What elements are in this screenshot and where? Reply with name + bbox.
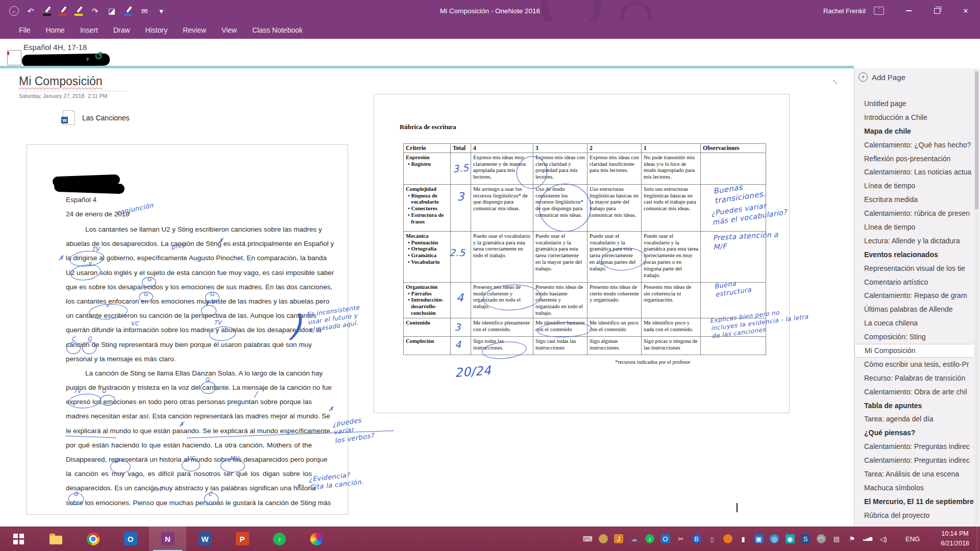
chrome-icon[interactable] — [75, 527, 112, 551]
flag-icon[interactable]: ⚑ — [848, 534, 857, 543]
onenote-icon[interactable]: N — [149, 527, 186, 551]
onedrive-icon[interactable]: ☁ — [630, 534, 639, 543]
minimize-button[interactable] — [894, 0, 923, 21]
sidebar-page-item[interactable]: Calentamiento: ¿Qué has hecho? — [854, 138, 974, 152]
battery-icon[interactable]: ▮ — [739, 534, 748, 543]
java-icon[interactable]: J — [614, 534, 623, 543]
file-explorer-icon[interactable] — [37, 527, 75, 551]
page-canvas[interactable]: Mi Composición Saturday, January 27, 201… — [0, 68, 854, 527]
expand-icon[interactable]: ↔ — [830, 75, 842, 87]
creative-cloud-icon[interactable]: ◠ — [817, 534, 826, 543]
sidebar-page-item[interactable]: Rúbrica del proyecto — [854, 509, 974, 522]
notebook-name[interactable]: Español 4H, 17-18 — [23, 43, 87, 52]
highlighter-yellow-icon[interactable] — [74, 6, 83, 16]
sidebar-page-item[interactable]: Calentamiento: Repaso de gram — [854, 289, 974, 303]
paint-icon[interactable] — [298, 527, 335, 551]
add-page-button[interactable]: + Add Page — [859, 72, 905, 82]
back-icon[interactable]: ← — [9, 6, 19, 16]
sidebar-page-item[interactable]: Eventos relacionados — [854, 248, 974, 262]
rubric-cell: Sigo algunas instrucciones. — [587, 336, 642, 355]
sidebar-page-item[interactable]: Calentamiento: rúbrica de presen — [854, 207, 974, 220]
shield-icon[interactable]: S — [801, 534, 810, 543]
touch-keyboard-icon[interactable]: ⌨ — [583, 534, 592, 543]
network-icon[interactable]: ▂▄▆ — [863, 534, 872, 543]
outlook-icon[interactable]: O — [112, 527, 149, 551]
word-file-icon[interactable] — [63, 110, 75, 125]
essay-line: la dirigirse al gobierno, específicament… — [66, 251, 312, 265]
spotify-tray-icon[interactable]: ♪ — [645, 534, 654, 543]
sidebar-page-item[interactable]: Línea de tiempo — [854, 220, 974, 234]
spotify-icon[interactable]: ♪ — [261, 527, 298, 551]
page-title[interactable]: Mi Composición — [19, 74, 103, 88]
powerpoint-icon[interactable]: P — [224, 527, 261, 551]
sidebar-page-item[interactable]: Mi Composición — [854, 344, 974, 358]
sidebar-page-item[interactable]: Representación visual de los tie — [854, 262, 974, 276]
globe-icon[interactable] — [723, 534, 732, 543]
menu-insert[interactable]: Insert — [72, 21, 106, 39]
email-icon[interactable]: ✉ — [139, 6, 150, 16]
photos-icon[interactable]: ▣ — [754, 534, 764, 543]
menu-view[interactable]: View — [214, 21, 244, 39]
sidebar-page-item[interactable]: Comentario artístico — [854, 276, 974, 289]
more-icon[interactable]: ▾ — [156, 6, 166, 16]
sidebar-page-item[interactable]: Calentamiento: Las noticias actua — [854, 165, 974, 179]
notebook-dropdown-icon[interactable]: ▼ — [85, 56, 90, 62]
menu-home[interactable]: Home — [38, 21, 72, 39]
restore-button[interactable] — [923, 0, 951, 21]
sidebar-page-item[interactable]: Línea de tiempo — [854, 179, 974, 193]
pen-black-icon[interactable] — [42, 6, 52, 16]
taskbar-clock[interactable]: 10:14 PM 6/21/2018 — [933, 527, 977, 551]
sidebar-page-item[interactable]: Composición: Sting — [854, 330, 974, 344]
rubric-header: 4 — [471, 144, 533, 153]
word-icon[interactable]: W — [186, 527, 224, 551]
signed-in-user[interactable]: Rachel Frenkil — [823, 7, 866, 15]
eraser-icon[interactable]: ◪ — [107, 6, 117, 16]
sidebar-page-item[interactable]: Recurso: Palabras de transición — [854, 371, 974, 385]
language-indicator[interactable]: ENG — [905, 527, 920, 551]
volume-icon[interactable]: ◁) — [879, 534, 888, 543]
sidebar-page-item[interactable]: ¿Qué piensas? — [854, 426, 974, 440]
outlook-tray-icon[interactable]: O — [661, 534, 670, 543]
menu-class-notebook[interactable]: Class Notebook — [244, 21, 310, 39]
quick-assist-icon[interactable]: ◎ — [770, 534, 779, 543]
sidebar-page-item[interactable]: Machuca símbolos — [854, 481, 974, 495]
undo-icon[interactable]: ↶ — [26, 6, 36, 16]
sidebar-page-item[interactable]: Cómo escribir una tesis, estilo-Pr — [854, 358, 974, 371]
show-desktop-button[interactable] — [977, 527, 980, 551]
sidebar-page-item[interactable]: Calentamiento: Preguntas indirec — [854, 440, 974, 454]
sidebar-page-item[interactable]: Escritura medida — [854, 193, 974, 207]
sidebar-page-item[interactable]: Introducción a Chile — [854, 111, 974, 124]
snip-icon[interactable]: ✂ — [676, 534, 685, 543]
sidebar-page-item[interactable]: Untitled page — [854, 97, 974, 111]
sidebar-page-item[interactable]: Lectura: Allende y la dictadura — [854, 234, 974, 248]
sidebar-page-item[interactable]: Tabla de apuntes — [854, 399, 974, 413]
sidebar-page-item[interactable]: Calentamiento: Obra de arte chil — [854, 385, 974, 399]
sidebar-scrollbar[interactable] — [974, 70, 979, 524]
account-icon[interactable] — [599, 534, 608, 543]
redo-icon[interactable]: ↷ — [90, 6, 100, 16]
close-button[interactable]: ✕ — [951, 0, 980, 21]
ribbon-display-options-icon[interactable]: ˆ — [874, 7, 884, 15]
file-attachment[interactable]: Las Canciones — [63, 110, 130, 125]
maps-icon[interactable]: ◉ — [786, 534, 795, 543]
sidebar-page-item[interactable]: El Mercurio, El 11 de septiembre — [854, 495, 974, 509]
sidebar-page-item[interactable]: Tarea: agenda del día — [854, 412, 974, 426]
undo-nav-icon[interactable]: ↺ — [93, 49, 104, 63]
start-button[interactable] — [0, 527, 37, 551]
pen-red-icon[interactable] — [58, 6, 67, 16]
scrollbar-thumb[interactable] — [975, 71, 978, 209]
sidebar-page-item[interactable]: Últimas palabras de Allende — [854, 303, 974, 316]
printer-icon[interactable]: ▤ — [832, 534, 841, 543]
sidebar-page-item[interactable]: Reflexión pos-presentación — [854, 152, 974, 166]
menu-review[interactable]: Review — [175, 21, 214, 39]
sidebar-page-item[interactable]: Mapa de chile — [854, 124, 974, 138]
sidebar-page-item[interactable]: La cueca chilena — [854, 316, 974, 330]
pen-blue-icon[interactable] — [124, 6, 133, 16]
bluetooth-icon[interactable]: B — [692, 534, 701, 543]
phone-icon[interactable]: ▯ — [707, 534, 717, 543]
sidebar-page-item[interactable]: Calentamiento: Preguntas indirec — [854, 454, 974, 467]
menu-draw[interactable]: Draw — [106, 21, 138, 39]
sidebar-page-item[interactable]: Tarea: Análisis de una escena — [854, 467, 974, 481]
menu-history[interactable]: History — [138, 21, 176, 39]
menu-file[interactable]: File — [11, 21, 38, 39]
